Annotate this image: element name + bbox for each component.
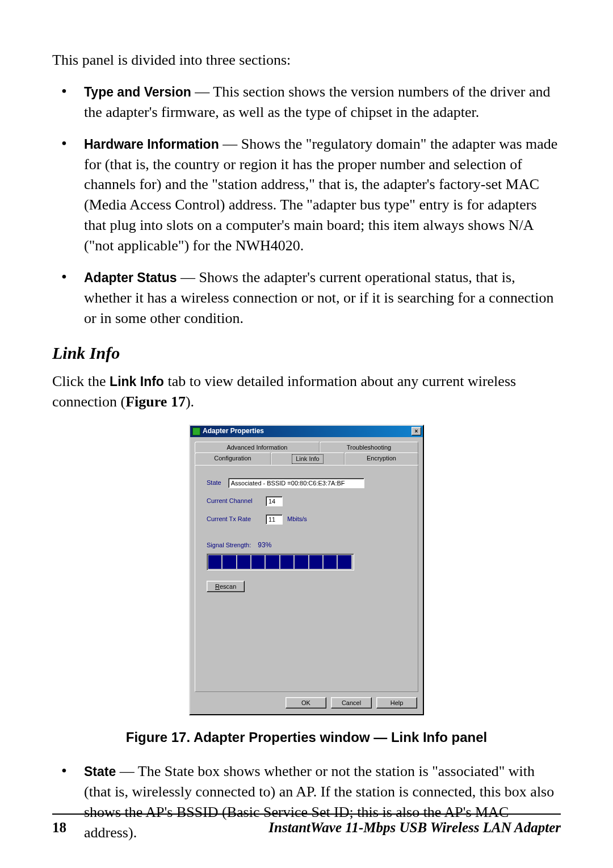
figure-caption: Figure 17. Adapter Properties window — L… xyxy=(52,728,561,747)
bullet-adapter-status: Adapter Status — Shows the adapter's cur… xyxy=(52,267,561,329)
progress-segment xyxy=(237,555,250,569)
tab-row-front: Configuration Link Info Encryption xyxy=(195,452,418,465)
dialog-title-text: Adapter Properties xyxy=(203,426,264,436)
bullet-hardware-info: Hardware Information — Shows the "regula… xyxy=(52,134,561,256)
rescan-button[interactable]: Rescan xyxy=(207,581,245,592)
txrate-row: Current Tx Rate Mbits/s xyxy=(207,514,406,525)
app-icon xyxy=(192,427,200,435)
state-row: State xyxy=(207,478,406,488)
bullet-adapter-status-label: Adapter Status xyxy=(84,270,177,285)
tabstrip: Advanced Information Troubleshooting Con… xyxy=(195,442,418,466)
progress-segment xyxy=(208,555,221,569)
close-button[interactable]: × xyxy=(412,427,421,435)
after-heading-link-info-label: Link Info xyxy=(110,374,164,389)
tab-row-back: Advanced Information Troubleshooting xyxy=(195,442,418,453)
tab-advanced-information[interactable]: Advanced Information xyxy=(195,442,320,453)
tab-link-info[interactable]: Link Info xyxy=(271,452,345,465)
bullet-hardware-info-label: Hardware Information xyxy=(84,137,219,152)
progress-segment xyxy=(309,555,322,569)
signal-strength-label: Signal Strength: xyxy=(207,541,251,550)
bullet-type-version-label: Type and Version xyxy=(84,85,191,99)
ok-button[interactable]: OK xyxy=(285,697,326,708)
tab-encryption[interactable]: Encryption xyxy=(345,452,418,465)
progress-segment xyxy=(251,555,264,569)
page-footer: 18 InstantWave 11-Mbps USB Wireless LAN … xyxy=(52,814,561,838)
txrate-unit: Mbits/s xyxy=(287,515,307,523)
page-number: 18 xyxy=(52,818,66,838)
progress-segment xyxy=(222,555,236,569)
figure-wrapper: Adapter Properties × Advanced Informatio… xyxy=(52,425,561,715)
titlebar-title-group: Adapter Properties xyxy=(192,426,264,436)
bullet-state-label: State xyxy=(84,764,116,779)
document-title: InstantWave 11-Mbps USB Wireless LAN Ada… xyxy=(268,818,561,838)
help-button[interactable]: Help xyxy=(376,697,417,708)
progress-segment xyxy=(338,555,351,569)
channel-row: Current Channel xyxy=(207,496,406,506)
rescan-rest: escan xyxy=(220,583,236,590)
progress-segment xyxy=(295,555,308,569)
link-info-panel: State Current Channel Current Tx Rate Mb… xyxy=(195,465,418,692)
dialog-button-row: OK Cancel Help xyxy=(190,693,423,714)
top-bullet-list: Type and Version — This section shows th… xyxy=(52,82,561,329)
adapter-properties-dialog: Adapter Properties × Advanced Informatio… xyxy=(189,425,424,715)
tab-configuration[interactable]: Configuration xyxy=(195,452,271,465)
cancel-button[interactable]: Cancel xyxy=(331,697,372,708)
progress-segment xyxy=(280,555,293,569)
intro-paragraph: This panel is divided into three section… xyxy=(52,50,561,70)
current-channel-field[interactable] xyxy=(266,496,283,506)
dialog-body: Advanced Information Troubleshooting Con… xyxy=(190,437,423,714)
state-field[interactable] xyxy=(228,478,364,488)
rescan-mnemonic: R xyxy=(215,583,220,590)
signal-strength-percent: 93% xyxy=(258,540,271,550)
progress-segment xyxy=(324,555,337,569)
after-heading-paragraph: Click the Link Info tab to view detailed… xyxy=(52,371,561,412)
after-heading-prefix: Click the xyxy=(52,373,110,389)
state-label: State xyxy=(207,479,221,487)
after-heading-suffix: ). xyxy=(186,393,194,410)
link-info-heading: Link Info xyxy=(52,341,561,364)
tab-link-info-label: Link Info xyxy=(292,454,324,464)
signal-strength-bar xyxy=(207,553,354,571)
bullet-hardware-info-text: — Shows the "regulatory domain" the adap… xyxy=(84,136,557,254)
current-txrate-field[interactable] xyxy=(266,514,283,525)
bullet-type-version: Type and Version — This section shows th… xyxy=(52,82,561,123)
signal-strength-row: Signal Strength: 93% xyxy=(207,540,406,550)
current-channel-label: Current Channel xyxy=(207,497,259,505)
progress-segment xyxy=(266,555,279,569)
titlebar: Adapter Properties × xyxy=(190,426,423,437)
tab-troubleshooting[interactable]: Troubleshooting xyxy=(320,442,418,453)
after-heading-figure-ref: Figure 17 xyxy=(125,393,186,410)
current-txrate-label: Current Tx Rate xyxy=(207,515,259,523)
